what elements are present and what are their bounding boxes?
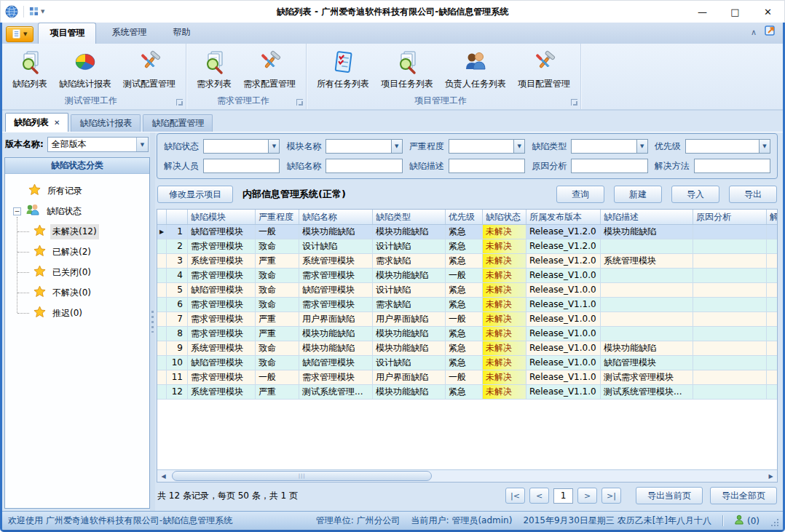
horizontal-scrollbar[interactable]: ◀ ||| ▶ [157,469,777,482]
pager-page-input[interactable] [553,488,573,504]
chevron-down-icon[interactable]: ▼ [513,140,524,153]
import-button[interactable]: 导入 [671,186,719,203]
scroll-left-icon[interactable]: ◀ [157,470,170,482]
chevron-down-icon[interactable]: ▼ [391,140,402,153]
chevron-down-icon[interactable]: ▼ [759,140,770,153]
document-tab-0[interactable]: 缺陷列表✕ [5,113,68,132]
dialog-launcher-icon[interactable] [296,99,303,106]
ribbon-button-0-group-1[interactable]: 需求列表 [191,47,237,95]
search-button[interactable]: 查询 [556,186,604,203]
table-row[interactable]: 9系统管理模块致命模块功能缺陷模块功能缺陷紧急未解决Release_V1.0.0… [157,341,777,356]
table-row[interactable]: 8需求管理模块严重模块功能缺陷模块功能缺陷紧急未解决Release_V1.0.0 [157,327,777,341]
cell-defect-type: 需求缺陷 [373,298,446,312]
column-header-severity[interactable]: 严重程度 [256,210,299,224]
dialog-launcher-icon[interactable] [571,99,577,106]
resize-grip-icon[interactable] [770,518,779,529]
column-header-solution[interactable]: 解决方法 [767,210,777,224]
chevron-down-icon[interactable]: ▼ [268,140,279,153]
tree-item-unresolved[interactable]: 未解决(12) [9,221,146,242]
tree-item-resolved[interactable]: 已解决(2) [9,242,146,262]
column-header-priority[interactable]: 优先级 [446,210,483,224]
cell-release-version: Release_V1.1.0 [526,385,601,400]
close-tab-icon[interactable]: ✕ [54,119,60,127]
filter-solution-input[interactable] [694,159,770,173]
ribbon-button-3-group-2[interactable]: 项目配置管理 [512,47,576,95]
tree-item-closed[interactable]: 已关闭(0) [9,262,146,282]
column-header-defect-module[interactable]: 缺陷模块 [188,210,256,224]
pager-prev-button[interactable]: < [529,488,549,504]
column-header-defect-status[interactable]: 缺陷状态 [483,210,526,224]
tree-item-defect-status[interactable]: −缺陷状态 [9,201,146,221]
export-all-pages-button[interactable]: 导出全部页 [710,487,777,504]
cell-defect-type: 设计缺陷 [373,283,446,298]
app-menu-button[interactable]: ▼ [6,26,33,42]
table-row[interactable]: 10缺陷管理模块致命缺陷管理模块设计缺陷紧急未解决Release_V1.0.0缺… [157,356,777,370]
ribbon-tab-0[interactable]: 项目管理 [38,23,96,44]
table-row[interactable]: 12系统管理模块严重测试系统管理...模块功能缺陷紧急未解决Release_V1… [157,385,777,400]
table-row[interactable]: 6需求管理模块致命需求管理模块需求缺陷紧急未解决Release_V1.1.0 [157,298,777,312]
filter-defect-description-input[interactable] [449,159,525,173]
ribbon-button-1-group-0[interactable]: 缺陷统计报表 [53,47,117,95]
chevron-down-icon[interactable]: ▼ [636,140,647,153]
ribbon-button-0-group-0[interactable]: 缺陷列表 [7,47,53,95]
document-tab-1[interactable]: 缺陷统计报表 [71,114,141,132]
table-row[interactable]: 2需求管理模块致命设计缺陷设计缺陷紧急未解决Release_V1.2.0 [157,239,777,254]
table-row[interactable]: 7需求管理模块严重用户界面缺陷用户界面缺陷一般未解决Release_V1.0.0 [157,312,777,327]
column-header-release-version[interactable]: 所属发布版本 [526,210,601,224]
thumb-grip-icon: ||| [299,474,306,479]
table-row[interactable]: 11需求管理模块一般需求管理模块用户界面缺陷一般未解决Release_V1.1.… [157,370,777,385]
table-row[interactable]: 5缺陷管理模块致命缺陷管理模块设计缺陷紧急未解决Release_V1.0.0 [157,283,777,298]
table-row[interactable]: 3系统管理模块严重系统管理模块需求缺陷紧急未解决Release_V1.2.0系统… [157,254,777,269]
ribbon-button-2-group-2[interactable]: 负责人任务列表 [439,47,512,95]
online-users-indicator[interactable]: (0) [734,515,760,527]
filter-defect-status-select[interactable]: ▼ [203,139,280,154]
star-icon [33,285,46,300]
filter-module-name-select[interactable]: ▼ [326,139,402,154]
scroll-right-icon[interactable]: ▶ [765,470,777,482]
document-tab-2[interactable]: 缺陷配置管理 [143,114,213,132]
cell-cause-analysis [693,225,767,239]
new-button[interactable]: 新建 [614,186,662,203]
tree-item-postponed[interactable]: 推迟(0) [9,303,146,323]
ribbon-button-label: 项目配置管理 [518,78,570,90]
ribbon-collapse-icon[interactable]: ∧ [751,28,757,36]
scrollbar-thumb[interactable]: ||| [172,471,432,481]
ribbon-button-0-group-2[interactable]: 所有任务列表 [311,47,375,95]
chevron-down-icon[interactable]: ▼ [136,138,148,151]
table-row[interactable]: ▶1缺陷管理模块一般模块功能缺陷模块功能缺陷紧急未解决Release_V1.2.… [157,225,777,239]
filter-resolver-input[interactable] [203,159,280,173]
quick-access-toolbar-button[interactable]: ▼ [29,5,44,19]
tree-item-wont-fix[interactable]: 不解决(0) [9,282,146,303]
filter-severity-select[interactable]: ▼ [449,139,525,154]
dialog-launcher-icon[interactable] [176,99,183,106]
row-indicator-cell [157,341,167,356]
ribbon-button-2-group-0[interactable]: 测试配置管理 [117,47,181,95]
filter-cause-analysis-input[interactable] [571,159,647,173]
ribbon-button-1-group-2[interactable]: 项目任务列表 [375,47,439,95]
maximize-button[interactable]: □ [719,1,752,23]
ribbon-tab-2[interactable]: 帮助 [162,23,201,44]
column-header-cause-analysis[interactable]: 原因分析 [693,210,767,224]
column-header-defect-name[interactable]: 缺陷名称 [299,210,373,224]
minimize-button[interactable]: — [686,1,719,23]
table-row[interactable]: 4需求管理模块致命需求管理模块模块功能缺陷一般未解决Release_V1.0.0 [157,269,777,283]
column-header-defect-description[interactable]: 缺陷描述 [601,210,693,224]
export-button[interactable]: 导出 [729,186,777,203]
ribbon-button-1-group-1[interactable]: 需求配置管理 [237,47,301,95]
help-icon[interactable] [764,24,777,40]
close-button[interactable]: ✕ [752,1,784,23]
modify-display-columns-button[interactable]: 修改显示项目 [157,186,233,203]
export-current-page-button[interactable]: 导出当前页 [636,487,703,504]
tree-item-all-records[interactable]: 所有记录 [9,180,146,201]
filter-defect-type-select[interactable]: ▼ [571,139,647,154]
filter-defect-name-input[interactable] [326,159,402,173]
pager-first-button[interactable]: |< [505,488,525,504]
filter-priority-select[interactable]: ▼ [685,139,770,154]
version-select[interactable]: 全部版本 ▼ [47,137,149,152]
panel-splitter[interactable] [150,132,155,511]
pager-next-button[interactable]: > [577,488,597,504]
tree-expander-icon[interactable]: − [13,207,21,215]
ribbon-tab-1[interactable]: 系统管理 [100,23,157,44]
column-header-defect-type[interactable]: 缺陷类型 [373,210,446,224]
pager-last-button[interactable]: >| [601,488,621,504]
